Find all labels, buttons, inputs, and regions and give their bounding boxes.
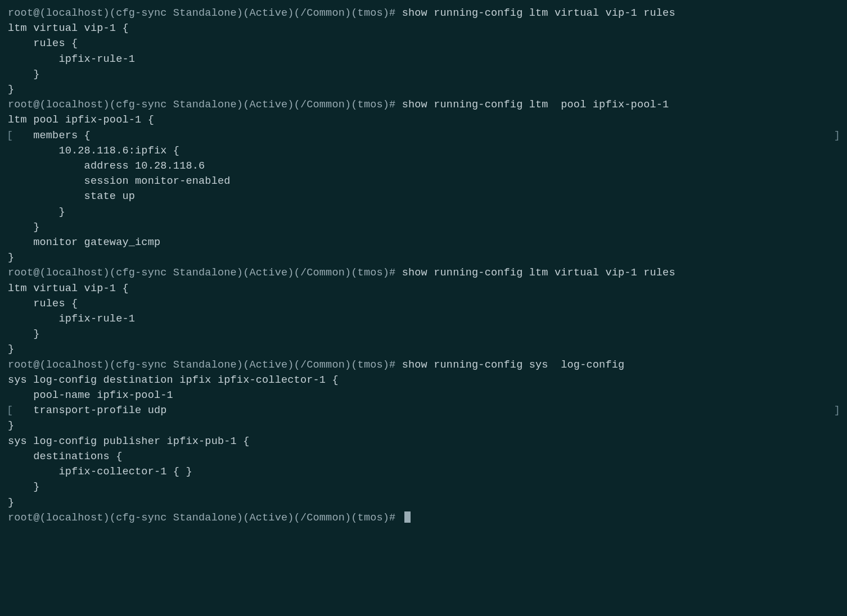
terminal-output-line: ltm virtual vip-1 {: [8, 281, 839, 296]
terminal-command-line: root@(localhost)(cfg-sync Standalone)(Ac…: [8, 265, 839, 280]
terminal-output-line: session monitor-enabled: [8, 174, 839, 189]
shell-prompt: root@(localhost)(cfg-sync Standalone)(Ac…: [8, 512, 402, 524]
terminal-output-text: transport-profile udp: [8, 405, 167, 416]
scroll-marker-left: [: [7, 128, 13, 143]
scroll-marker-right: ]: [834, 403, 840, 418]
terminal-output-line: [ transport-profile udp]: [8, 403, 839, 418]
terminal-output-text: members {: [8, 130, 91, 142]
scroll-marker-right: ]: [834, 128, 840, 143]
terminal-output-line: address 10.28.118.6: [8, 158, 839, 174]
terminal-command-line: root@(localhost)(cfg-sync Standalone)(Ac…: [8, 97, 839, 112]
terminal-output-line: }: [8, 418, 839, 433]
shell-prompt: root@(localhost)(cfg-sync Standalone)(Ac…: [8, 267, 402, 279]
shell-prompt: root@(localhost)(cfg-sync Standalone)(Ac…: [8, 7, 402, 19]
shell-prompt: root@(localhost)(cfg-sync Standalone)(Ac…: [8, 359, 402, 371]
terminal-output-line: monitor gateway_icmp: [8, 235, 839, 250]
terminal-output-line: }: [8, 479, 839, 495]
terminal-output-line: pool-name ipfix-pool-1: [8, 388, 839, 403]
terminal-command-line: root@(localhost)(cfg-sync Standalone)(Ac…: [8, 6, 839, 21]
terminal-output-line: ipfix-collector-1 { }: [8, 464, 839, 479]
terminal-output-line: }: [8, 205, 839, 220]
terminal-output-line: }: [8, 342, 839, 357]
terminal-output-line: state up: [8, 189, 839, 204]
terminal-output-line: destinations {: [8, 449, 839, 464]
terminal-output-line: sys log-config destination ipfix ipfix-c…: [8, 373, 839, 388]
terminal-output-line: }: [8, 82, 839, 97]
terminal-output-line: [ members {]: [8, 128, 839, 143]
terminal-output-line: ltm pool ipfix-pool-1 {: [8, 112, 839, 128]
terminal-output-line: 10.28.118.6:ipfix {: [8, 143, 839, 158]
scroll-marker-left: [: [7, 403, 13, 418]
terminal-command-line[interactable]: root@(localhost)(cfg-sync Standalone)(Ac…: [8, 510, 839, 526]
terminal-output-line: rules {: [8, 36, 839, 51]
shell-prompt: root@(localhost)(cfg-sync Standalone)(Ac…: [8, 99, 402, 111]
terminal-output-line: }: [8, 67, 839, 82]
shell-command: show running-config ltm pool ipfix-pool-…: [402, 99, 669, 111]
terminal-output-line: ltm virtual vip-1 {: [8, 21, 839, 36]
terminal-output-line: }: [8, 327, 839, 342]
terminal-window[interactable]: root@(localhost)(cfg-sync Standalone)(Ac…: [8, 6, 839, 526]
terminal-output-line: ipfix-rule-1: [8, 311, 839, 327]
terminal-output-line: }: [8, 250, 839, 265]
shell-command: show running-config ltm virtual vip-1 ru…: [402, 7, 675, 19]
terminal-output-line: }: [8, 220, 839, 235]
shell-command: show running-config sys log-config: [402, 359, 625, 371]
terminal-cursor: [404, 511, 411, 523]
terminal-output-line: ipfix-rule-1: [8, 52, 839, 67]
terminal-command-line: root@(localhost)(cfg-sync Standalone)(Ac…: [8, 357, 839, 373]
terminal-output-line: }: [8, 495, 839, 510]
terminal-output-line: rules {: [8, 296, 839, 311]
shell-command: show running-config ltm virtual vip-1 ru…: [402, 267, 675, 279]
terminal-output-line: sys log-config publisher ipfix-pub-1 {: [8, 434, 839, 449]
